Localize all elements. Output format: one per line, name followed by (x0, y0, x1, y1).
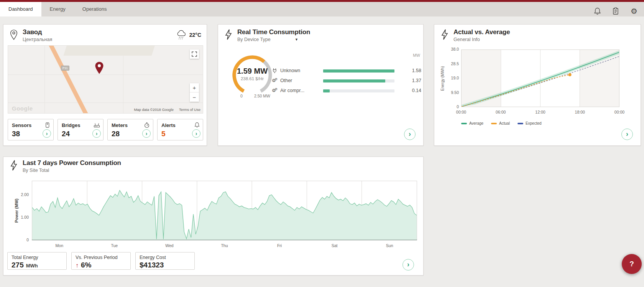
actual-vs-average-chart (461, 49, 619, 107)
week-day-label: Tue (106, 243, 123, 248)
sensor-icon (44, 122, 50, 128)
week-subtitle: By Site Total (23, 168, 49, 173)
legend-label: Average (469, 121, 483, 125)
week-consumption-card: Last 7 days Power Consumption By Site To… (3, 157, 424, 275)
week-title: Last 7 days Power Consumption (23, 159, 121, 167)
week-day-label: Fri (271, 243, 288, 248)
lightning-bolt-icon (440, 29, 449, 40)
tab-energy[interactable]: Energy (41, 2, 74, 16)
site-map[interactable]: P11 Google Map data ©2018 Google Terms o… (8, 45, 203, 114)
site-title: Завод (23, 28, 42, 36)
site-stat-sensors: Sensors38› (8, 119, 54, 140)
google-logo[interactable]: Google (12, 105, 33, 112)
gauge-max-label: 2.50 MW (254, 94, 270, 98)
device-bar (323, 69, 394, 73)
topbar-icons: ⚙ (593, 4, 638, 18)
stat-label: Meters (112, 122, 128, 128)
avg-y-tick-label: 38.0 (444, 47, 459, 51)
total-energy-stat: Total Energy275MWh (7, 252, 67, 270)
device-value: 1.37 (412, 78, 421, 83)
stat-value: 38 (12, 130, 20, 138)
avg-chart-legend: AverageActualExpected (461, 121, 542, 125)
avg-x-tick-label: 18:00 (572, 110, 588, 114)
week-day-label: Wed (161, 243, 178, 248)
meters-drilldown-button[interactable]: › (142, 129, 151, 138)
gauge-min-label: 0 (240, 94, 243, 98)
stat-label: Alerts (161, 122, 176, 128)
lightning-bolt-icon (224, 29, 233, 40)
device-value: 0.14 (412, 88, 421, 93)
notifications-bell-icon[interactable] (593, 7, 601, 15)
gears-icon: ⚙⚙ (272, 78, 279, 83)
temperature-value: 22°C (189, 32, 201, 38)
map-gridline (44, 46, 45, 113)
avg-y-tick-label: 9.50 (444, 90, 459, 95)
week-y-tick-label: 1.00 (14, 215, 29, 219)
alerts-drilldown-button[interactable]: › (192, 129, 200, 138)
legend-item-actual[interactable]: Actual (491, 121, 510, 125)
map-gridline (8, 74, 203, 75)
road-label: P11 (61, 66, 69, 71)
location-pin-icon (10, 29, 18, 40)
actual-vs-average-card: Actual vs. Average General Info Energy (… (434, 24, 641, 146)
sensors-drilldown-button[interactable]: › (43, 129, 51, 138)
avg-drilldown-button[interactable]: › (621, 129, 633, 140)
vs-previous-period-stat: Vs. Previous Period↑6% (71, 252, 131, 270)
map-marker-icon[interactable] (94, 61, 105, 75)
map-zoom-out-button[interactable]: − (190, 92, 199, 102)
stat-label: Vs. Previous Period (76, 255, 127, 260)
trend-up-arrow-icon: ↑ (76, 262, 79, 269)
avg-y-tick-label: 0 (444, 104, 459, 109)
map-zoom-in-button[interactable]: + (190, 83, 199, 92)
device-bars-list: Unknown1.58⚙⚙Other1.37⚙⚙Air compr...0.14 (272, 67, 421, 97)
settings-gear-icon[interactable]: ⚙ (630, 7, 638, 15)
avg-y-tick-label: 28.5 (444, 61, 459, 66)
stat-value: 24 (62, 130, 70, 138)
meter-icon (144, 122, 150, 128)
alert-bell-icon (194, 122, 200, 128)
bridges-drilldown-button[interactable]: › (92, 129, 101, 138)
map-attribution: Map data ©2018 Google Terms of Use (134, 107, 200, 112)
map-gridline (8, 102, 203, 103)
help-button[interactable]: ? (622, 254, 642, 274)
device-type-dropdown-caret[interactable]: ▼ (295, 38, 298, 41)
avg-x-tick-label: 12:00 (532, 110, 549, 114)
device-bars-unit: MW (413, 53, 420, 58)
legend-swatch (491, 123, 497, 124)
device-label: Other (280, 78, 292, 83)
week-drilldown-button[interactable]: › (402, 259, 414, 271)
stat-value: $41323 (140, 261, 164, 269)
map-attribution-text[interactable]: Map data ©2018 Google (134, 107, 174, 112)
map-zoom-controls: + − (190, 83, 199, 102)
device-value: 1.58 (412, 68, 421, 73)
stat-label: Bridges (62, 122, 80, 128)
tab-dashboard[interactable]: Dashboard (0, 2, 41, 16)
gears-icon: ⚙⚙ (272, 87, 279, 93)
map-gridline (123, 46, 123, 113)
avg-y-tick-label: 19.0 (444, 76, 459, 80)
site-overview-card: Завод Центральная 22°C P11 Google Map da… (3, 24, 207, 146)
terms-of-use-link[interactable]: Terms of Use (179, 107, 200, 112)
legend-item-expected[interactable]: Expected (518, 121, 542, 125)
legend-item-average[interactable]: Average (461, 121, 483, 125)
realtime-drilldown-button[interactable]: › (404, 129, 416, 140)
energy-cost-stat: Energy Cost$41323 (135, 252, 195, 270)
week-power-chart (32, 181, 417, 240)
plug-icon (272, 68, 279, 74)
site-subtitle: Центральная (23, 37, 52, 42)
week-chart-ylabel: Power (MW) (13, 181, 20, 240)
week-day-label: Sun (381, 243, 398, 248)
realtime-title: Real Time Consumption (237, 28, 310, 36)
legend-swatch (518, 123, 523, 124)
reports-clipboard-icon[interactable] (612, 7, 619, 15)
site-stat-bridges: Bridges24› (58, 119, 104, 140)
device-label: Air compr... (280, 88, 304, 93)
map-area-shape (63, 45, 156, 56)
tab-operations[interactable]: Operations (74, 2, 115, 16)
legend-swatch (461, 123, 467, 124)
map-fullscreen-button[interactable] (190, 49, 199, 59)
avg-title: Actual vs. Average (453, 28, 510, 36)
tab-bar: DashboardEnergyOperations (0, 2, 644, 16)
device-row-1: ⚙⚙Other1.37 (272, 77, 421, 85)
week-y-tick-label: 2.00 (14, 192, 29, 197)
